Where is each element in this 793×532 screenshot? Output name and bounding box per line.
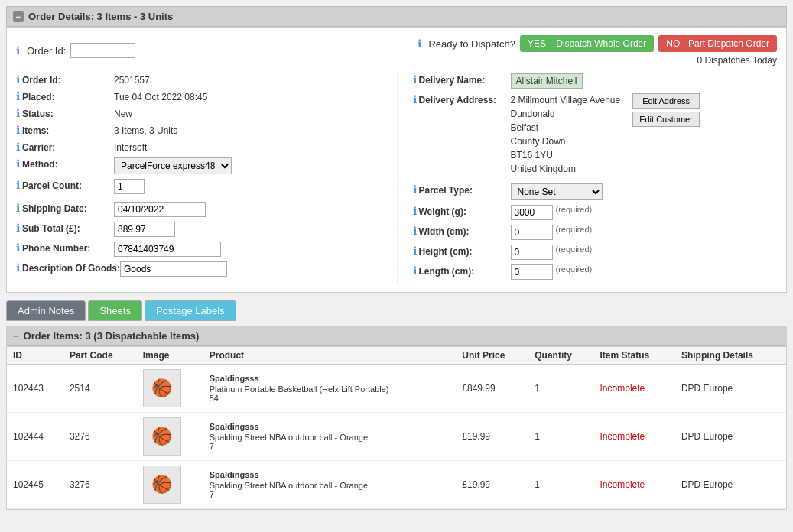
carrier-icon: ℹ — [16, 141, 20, 153]
status-icon: ℹ — [16, 107, 20, 119]
dispatch-top: ℹ Ready to Dispatch? YES – Dispatch Whol… — [418, 35, 777, 52]
col-item-status: Item Status — [594, 347, 675, 365]
cell-product: Spaldingsss Spalding Street NBA outdoor … — [203, 461, 457, 509]
order-id-top-label: Order Id: — [27, 45, 66, 57]
order-details-box: ℹ Order Id: ℹ Ready to Dispatch? YES – D… — [6, 27, 787, 293]
table-header-row: ID Part Code Image Product Unit Price Qu… — [7, 347, 786, 365]
sub-total-icon: ℹ — [16, 222, 20, 234]
weight-required: (required) — [556, 205, 593, 214]
table-row: 102445 3276 🏀 Spaldingsss Spalding Stree… — [7, 461, 786, 509]
cell-status: Incomplete — [594, 461, 675, 509]
height-icon: ℹ — [413, 245, 417, 257]
cell-status: Incomplete — [594, 365, 675, 413]
desc-input[interactable] — [120, 261, 227, 277]
address-line-6: United Kingdom — [511, 162, 621, 176]
cell-shipping: DPD Europe — [675, 413, 786, 461]
cell-id: 102445 — [7, 461, 63, 509]
items-table: ID Part Code Image Product Unit Price Qu… — [7, 346, 786, 509]
height-input[interactable] — [511, 245, 553, 260]
parcel-type-label: Parcel Type: — [419, 183, 511, 196]
cell-id: 102443 — [7, 365, 63, 413]
status-row: ℹ Status: New — [16, 107, 382, 119]
dispatch-yes-button[interactable]: YES – Dispatch Whole Order — [520, 35, 654, 52]
items-icon: ℹ — [16, 124, 20, 136]
parcel-type-select[interactable]: None Set — [511, 183, 603, 200]
page-wrapper: − Order Details: 3 Items - 3 Units ℹ Ord… — [0, 0, 793, 532]
order-id-top-input[interactable] — [70, 43, 135, 58]
tab-postage-labels[interactable]: Postage Labels — [145, 300, 236, 321]
sub-total-row: ℹ Sub Total (£): — [16, 222, 382, 237]
order-details-title: Order Details: 3 Items - 3 Units — [28, 11, 173, 22]
dispatch-no-button[interactable]: NO - Part Dispatch Order — [658, 35, 777, 52]
col-quantity: Quantity — [528, 347, 593, 365]
cell-product: Spaldingsss Spalding Street NBA outdoor … — [203, 413, 457, 461]
top-row: ℹ Order Id: ℹ Ready to Dispatch? YES – D… — [16, 35, 777, 66]
delivery-address-row: ℹ Delivery Address: 2 Millmount Village … — [413, 93, 778, 176]
address-line-4: County Down — [511, 135, 621, 148]
items-section-header: − Order Items: 3 (3 Dispatchable Items) — [7, 326, 786, 346]
tabs-row: Admin Notes Sheets Postage Labels — [6, 300, 787, 321]
items-row: ℹ Items: 3 Items, 3 Units — [16, 124, 382, 136]
address-line-2: Dundonald — [511, 107, 621, 121]
cell-id: 102444 — [7, 413, 63, 461]
length-input[interactable] — [511, 264, 553, 280]
order-id-row: ℹ Order Id: — [16, 43, 135, 58]
carrier-row: ℹ Carrier: Intersoft — [16, 141, 382, 153]
width-label: Width (cm): — [419, 225, 511, 237]
status-label: Status: — [22, 107, 114, 119]
parcel-count-input[interactable] — [114, 179, 145, 194]
parcel-type-row: ℹ Parcel Type: None Set — [413, 183, 778, 200]
address-line-3: Belfast — [511, 121, 621, 135]
table-row: 102444 3276 🏀 Spaldingsss Spalding Stree… — [7, 413, 786, 461]
cell-unit-price: £19.99 — [456, 461, 528, 509]
phone-icon: ℹ — [16, 242, 20, 254]
height-row: ℹ Height (cm): (required) — [413, 245, 778, 260]
cell-part-code: 3276 — [63, 461, 137, 509]
method-icon: ℹ — [16, 157, 20, 170]
col-unit-price: Unit Price — [456, 347, 528, 365]
method-select[interactable]: ParcelForce express48 — [114, 157, 232, 174]
parcel-count-row: ℹ Parcel Count: — [16, 179, 382, 194]
phone-input[interactable] — [114, 242, 221, 257]
cell-image: 🏀 — [137, 365, 203, 413]
desc-icon: ℹ — [16, 261, 20, 274]
tab-admin-notes[interactable]: Admin Notes — [6, 300, 86, 321]
dispatch-info-icon: ℹ — [418, 37, 421, 50]
cell-image: 🏀 — [137, 413, 203, 461]
collapse-order-details-icon[interactable]: − — [13, 11, 24, 22]
height-required: (required) — [556, 245, 593, 254]
weight-label: Weight (g): — [419, 205, 511, 217]
placed-icon: ℹ — [16, 90, 20, 102]
shipping-date-icon: ℹ — [16, 202, 20, 214]
cell-quantity: 1 — [528, 365, 593, 413]
width-input[interactable] — [511, 225, 553, 240]
col-id: ID — [7, 347, 63, 365]
sub-total-label: Sub Total (£): — [22, 222, 114, 234]
tab-sheets[interactable]: Sheets — [88, 300, 141, 321]
shipping-date-input[interactable] — [114, 202, 206, 217]
length-required: (required) — [556, 264, 593, 274]
order-details-header: − Order Details: 3 Items - 3 Units — [6, 6, 787, 27]
edit-customer-button[interactable]: Edit Customer — [632, 112, 700, 127]
cell-quantity: 1 — [528, 461, 593, 509]
order-id-row: ℹ Order Id: 2501557 — [16, 73, 382, 86]
desc-row: ℹ Description Of Goods: — [16, 261, 382, 277]
ready-to-dispatch-label: Ready to Dispatch? — [428, 38, 515, 50]
delivery-address-label: Delivery Address: — [419, 93, 511, 105]
sub-total-input[interactable] — [114, 222, 175, 237]
status-value: New — [114, 107, 132, 119]
table-row: 102443 2514 🏀 Spaldingsss Platinum Porta… — [7, 365, 786, 413]
delivery-name-icon: ℹ — [413, 73, 417, 86]
phone-label: Phone Number: — [22, 242, 114, 254]
length-label: Length (cm): — [419, 264, 511, 277]
delivery-name-label: Delivery Name: — [419, 73, 511, 86]
dispatch-section: ℹ Ready to Dispatch? YES – Dispatch Whol… — [418, 35, 777, 66]
carrier-value: Intersoft — [114, 141, 147, 153]
edit-address-button[interactable]: Edit Address — [632, 93, 700, 109]
delivery-name-badge: Alistair Mitchell — [511, 73, 583, 89]
cell-image: 🏀 — [137, 461, 203, 509]
weight-input[interactable] — [511, 205, 553, 220]
delivery-address-icon: ℹ — [413, 93, 417, 105]
col-image: Image — [137, 347, 203, 365]
collapse-items-icon[interactable]: − — [13, 330, 19, 342]
